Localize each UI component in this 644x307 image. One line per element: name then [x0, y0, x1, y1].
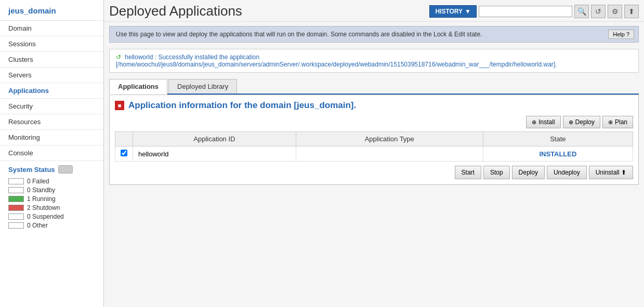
app-table-body: helloworld INSTALLED — [115, 146, 633, 162]
section-title: ■ Application information for the domain… — [115, 100, 633, 111]
success-icon: ↺ — [116, 54, 121, 61]
col-state: State — [483, 132, 633, 146]
status-bar-red — [8, 205, 24, 211]
sidebar-item-console[interactable]: Console — [0, 145, 103, 161]
nav-list: DomainSessionsClustersServersApplication… — [0, 21, 103, 161]
toolbar-row: ⊕Install⊕Deploy⊕Plan — [115, 116, 633, 128]
status-row: 0 Failed — [8, 178, 95, 185]
tab-applications[interactable]: Applications — [109, 79, 167, 95]
sidebar-item-monitoring[interactable]: Monitoring — [0, 130, 103, 145]
install-button[interactable]: ⊕Install — [526, 116, 560, 128]
sidebar-item-security[interactable]: Security — [0, 99, 103, 114]
btn-icon: ⊕ — [532, 119, 536, 126]
status-bar-none — [8, 178, 24, 184]
section-icon: ■ — [115, 101, 124, 110]
history-button[interactable]: HISTORY ▼ — [429, 5, 477, 18]
undeploy-bottom-button[interactable]: Undeploy — [547, 166, 587, 179]
domain-title[interactable]: jeus_domain — [0, 0, 103, 21]
status-row: 0 Standby — [8, 186, 95, 194]
col-app-id: Application ID — [133, 132, 296, 146]
sidebar-item-domain[interactable]: Domain — [0, 21, 103, 36]
info-box: Use this page to view and deploy the app… — [109, 26, 639, 43]
status-toggle[interactable] — [58, 165, 73, 173]
sidebar-item-servers[interactable]: Servers — [0, 68, 103, 83]
info-text: Use this page to view and deploy the app… — [116, 31, 482, 38]
status-label: 1 Running — [27, 195, 56, 203]
search-button[interactable]: 🔍 — [574, 5, 589, 18]
main-content: Deployed Applications HISTORY ▼ 🔍 ↺ ⚙ ⬆ … — [104, 0, 644, 307]
status-bar-green — [8, 196, 24, 202]
settings-button[interactable]: ⚙ — [608, 5, 622, 18]
section-title-text: Application information for the domain [… — [128, 100, 356, 111]
sidebar-item-resources[interactable]: Resources — [0, 114, 103, 130]
export-button[interactable]: ⬆ — [624, 5, 639, 18]
chevron-down-icon: ▼ — [465, 8, 471, 15]
status-bar-none — [8, 222, 24, 229]
row-checkbox[interactable] — [115, 146, 133, 162]
status-row: 0 Suspended — [8, 213, 95, 220]
table-row: helloworld INSTALLED — [115, 146, 633, 162]
plan-button[interactable]: ⊕Plan — [602, 116, 633, 128]
bottom-actions: StartStopDeployUndeployUninstall ⬆ — [115, 166, 633, 179]
success-text: helloworld : Successfully installed the … — [116, 54, 557, 68]
status-label: 0 Failed — [27, 178, 49, 185]
app-table: Application ID Application Type State he… — [115, 131, 633, 162]
search-input[interactable] — [479, 6, 572, 17]
system-status-header: System Status — [0, 161, 103, 176]
status-bar-none — [8, 213, 24, 220]
row-app-id: helloworld — [133, 146, 296, 162]
uninstall-bottom-button[interactable]: Uninstall ⬆ — [589, 166, 633, 179]
help-button[interactable]: Help ? — [608, 30, 634, 39]
sidebar-item-sessions[interactable]: Sessions — [0, 36, 103, 52]
tabs-bar: ApplicationsDeployed Library — [109, 79, 639, 95]
success-message-box: ↺ helloworld : Successfully installed th… — [109, 49, 639, 73]
topbar-right: HISTORY ▼ 🔍 ↺ ⚙ ⬆ — [429, 5, 639, 18]
sidebar: jeus_domain DomainSessionsClustersServer… — [0, 0, 104, 307]
deploy-bottom-button[interactable]: Deploy — [512, 166, 545, 179]
sidebar-item-applications[interactable]: Applications — [0, 83, 103, 99]
col-checkbox — [115, 132, 133, 146]
deploy-button[interactable]: ⊕Deploy — [563, 116, 600, 128]
status-row: 2 Shutdown — [8, 204, 95, 211]
status-label: 0 Other — [27, 222, 48, 229]
row-state: INSTALLED — [483, 146, 633, 162]
status-rows: 0 Failed0 Standby1 Running2 Shutdown0 Su… — [0, 176, 103, 235]
row-app-type — [296, 146, 483, 162]
tab-deployed-library[interactable]: Deployed Library — [168, 79, 237, 94]
status-label: 0 Suspended — [27, 213, 64, 220]
status-row: 0 Other — [8, 222, 95, 229]
status-row: 1 Running — [8, 195, 95, 203]
status-label: 2 Shutdown — [27, 204, 60, 211]
page-title: Deployed Applications — [109, 3, 242, 19]
system-status-label: System Status — [8, 166, 55, 173]
content-area: ■ Application information for the domain… — [109, 95, 639, 185]
refresh-button[interactable]: ↺ — [591, 5, 606, 18]
stop-bottom-button[interactable]: Stop — [483, 166, 510, 179]
sidebar-item-clusters[interactable]: Clusters — [0, 52, 103, 68]
status-bar-none — [8, 187, 24, 193]
start-bottom-button[interactable]: Start — [455, 166, 481, 179]
topbar: Deployed Applications HISTORY ▼ 🔍 ↺ ⚙ ⬆ — [104, 0, 644, 22]
btn-icon: ⊕ — [569, 119, 573, 126]
btn-icon: ⊕ — [608, 119, 613, 126]
status-label: 0 Standby — [27, 186, 55, 194]
col-app-type: Application Type — [296, 132, 483, 146]
